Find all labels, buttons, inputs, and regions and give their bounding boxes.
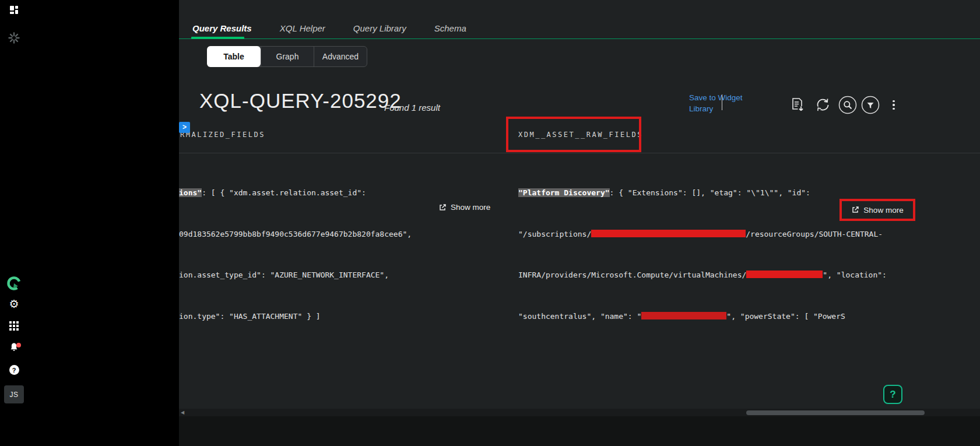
help-icon[interactable]: ? — [0, 365, 28, 375]
json-line: ion.type": "HAS_ATTACHMENT" } ] — [179, 310, 505, 324]
tab-query-results[interactable]: Query Results — [192, 23, 252, 33]
page-title: XQL-QUERY-205292 — [199, 89, 402, 113]
export-results-icon[interactable] — [790, 97, 805, 113]
refresh-icon[interactable] — [814, 97, 831, 113]
highlighted-token: ions" — [179, 188, 202, 197]
json-line: "southcentralus", "name": "", "powerStat… — [518, 310, 980, 324]
more-options-kebab-icon[interactable] — [891, 97, 897, 113]
save-to-widget-library-link[interactable]: Save to Widget Library — [689, 92, 749, 114]
json-line: ions": [ { "xdm.asset.relation.asset_id"… — [179, 186, 505, 200]
view-toggle: Table Graph Advanced — [207, 46, 367, 67]
expand-column-chevron-button[interactable]: > — [179, 122, 190, 133]
active-tab-underline — [191, 37, 244, 39]
tab-xql-helper[interactable]: XQL Helper — [280, 23, 325, 33]
bottom-strip — [179, 416, 980, 446]
cell-normalized-fields: ions": [ { "xdm.asset.relation.asset_id"… — [179, 159, 505, 350]
json-line: ion.asset_type_id": "AZURE_NETWORK_INTER… — [179, 268, 505, 282]
json-line: 09d183562e5799bb8bf9490c536d677e9467b2b8… — [179, 227, 505, 241]
show-more-button-left[interactable]: Show more — [438, 203, 490, 212]
external-link-icon — [851, 206, 859, 214]
filter-icon[interactable] — [861, 96, 880, 114]
json-line: "Platform Discovery": { "Extensions": []… — [518, 186, 980, 200]
text-cursor — [722, 94, 722, 110]
scrollbar-left-arrow[interactable]: ◀ — [181, 409, 184, 416]
tabbar-divider — [179, 38, 980, 39]
help-fab-button[interactable]: ? — [883, 385, 902, 404]
settings-gear-icon[interactable]: ⚙ — [0, 298, 28, 310]
view-toggle-advanced[interactable]: Advanced — [314, 47, 367, 66]
tab-schema[interactable]: Schema — [434, 23, 466, 33]
horizontal-scrollbar[interactable]: ◀ — [179, 409, 980, 416]
redaction-bar — [641, 312, 726, 319]
search-icon[interactable] — [838, 96, 857, 114]
dashboard-icon[interactable] — [0, 5, 28, 15]
product-spark-icon[interactable] — [0, 31, 28, 44]
external-link-icon — [438, 203, 447, 212]
column-header-normalized-fields[interactable]: RMALIZED_FIELDS — [180, 131, 265, 139]
view-toggle-table[interactable]: Table — [207, 46, 261, 67]
header-row-divider — [179, 153, 980, 153]
left-panel: ⚙ ? JS — [0, 0, 179, 446]
tab-bar: Query Results XQL Helper Query Library S… — [179, 17, 980, 39]
cortex-logo-icon[interactable] — [0, 275, 28, 292]
column-header-raw-fields[interactable]: XDM__ASSET__RAW_FIELDS — [518, 131, 643, 139]
avatar[interactable]: JS — [4, 385, 24, 403]
cell-raw-fields: "Platform Discovery": { "Extensions": []… — [518, 159, 980, 350]
json-line: "/subscriptions//resourceGroups/SOUTH-CE… — [518, 227, 980, 241]
view-toggle-graph[interactable]: Graph — [261, 47, 314, 66]
notifications-bell-icon[interactable] — [0, 342, 28, 353]
highlighted-token: "Platform Discovery" — [518, 188, 610, 197]
redaction-bar — [746, 271, 823, 278]
tab-query-library[interactable]: Query Library — [353, 23, 406, 33]
scrollbar-thumb[interactable] — [746, 410, 925, 415]
redaction-bar — [591, 230, 746, 237]
show-more-button-right-annotated[interactable]: Show more — [840, 199, 915, 221]
apps-grid-icon[interactable] — [0, 321, 28, 331]
notification-dot — [16, 343, 21, 347]
result-count: Found 1 result — [384, 103, 440, 113]
json-line: INFRA/providers/Microsoft.Compute/virtua… — [518, 268, 980, 282]
main-content: Query Results XQL Helper Query Library S… — [179, 0, 980, 446]
